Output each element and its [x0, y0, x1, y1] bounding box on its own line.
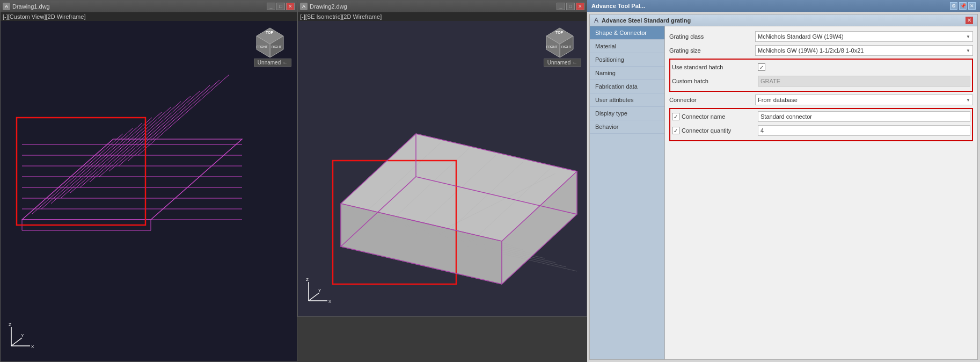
svg-line-20	[128, 80, 220, 161]
svg-line-16	[90, 102, 181, 182]
window1-icon: A	[3, 3, 10, 10]
svg-line-21	[138, 75, 229, 155]
use-standard-hatch-row: Use standard hatch	[672, 61, 970, 73]
grating-wireframe-1	[6, 64, 264, 257]
window1-titlebar: A Drawing1.dwg _ □ ✕	[1, 1, 297, 12]
nav-material[interactable]: Material	[590, 40, 664, 53]
svg-text:Y: Y	[318, 288, 321, 293]
use-standard-hatch-label: Use standard hatch	[672, 64, 758, 70]
window1-view-label: [-][Custom View][2D Wireframe]	[1, 12, 297, 21]
axis-indicator-2: Z X Y	[303, 277, 333, 308]
nav-positioning[interactable]: Positioning	[590, 53, 664, 67]
connector-section: Connector From database Connector name	[669, 94, 973, 141]
window2-minimize-btn[interactable]: _	[557, 3, 565, 10]
window1-close-btn[interactable]: ✕	[286, 3, 295, 10]
connector-row: Connector From database	[669, 94, 973, 106]
atp-settings-btn[interactable]: ⚙	[950, 2, 957, 10]
connector-label: Connector	[669, 97, 755, 103]
svg-line-74	[309, 293, 319, 301]
svg-line-9	[151, 139, 242, 220]
atp-close-btn[interactable]: ✕	[968, 2, 976, 10]
window2-viewport: TOP RIGHT FRONT Unnamed ←	[298, 21, 587, 316]
svg-text:RIGHT: RIGHT	[272, 45, 282, 48]
grating-solid-2	[309, 42, 587, 311]
svg-text:TOP: TOP	[266, 31, 274, 34]
nav-fabrication-data[interactable]: Fabrication data	[590, 80, 664, 93]
svg-line-14	[70, 112, 162, 193]
panel-area: Advance Tool Pal... ⚙ 📌 ✕ A Advance Stee…	[587, 0, 980, 362]
svg-line-15	[80, 107, 171, 187]
svg-text:X: X	[31, 344, 34, 349]
nav-display-type[interactable]: Display type	[590, 107, 664, 120]
grating-class-row: Grating class McNichols Standard GW (19W…	[669, 31, 973, 42]
nav-user-attributes[interactable]: User attributes	[590, 93, 664, 107]
axis-indicator-1: Z X Y	[6, 322, 35, 353]
window2-titlebar: A Drawing2.dwg _ □ ✕	[298, 1, 587, 12]
grating-size-row: Grating size McNichols GW (19W4) 1-1/2x1…	[669, 45, 973, 56]
custom-hatch-row: Custom hatch GRATE	[672, 75, 970, 87]
sg-close-btn[interactable]: ✕	[966, 17, 973, 24]
nav-shape-connector[interactable]: Shape & Connector	[590, 26, 664, 40]
cad-window-1: A Drawing1.dwg _ □ ✕ [-][Custom View][2D…	[0, 0, 297, 362]
dark-strip	[297, 317, 587, 362]
svg-text:Z: Z	[9, 322, 11, 327]
svg-text:X: X	[328, 299, 332, 304]
svg-line-36	[11, 338, 22, 346]
window2-view-label: [-][SE Isometric][2D Wireframe]	[298, 12, 587, 21]
svg-text:FRONT: FRONT	[257, 45, 268, 48]
sg-main-content: Grating class McNichols Standard GW (19W…	[665, 26, 977, 359]
svg-line-18	[109, 91, 200, 171]
connector-qty-row: Connector quantity 4	[672, 125, 970, 136]
svg-line-13	[61, 118, 152, 198]
svg-line-12	[51, 123, 142, 204]
custom-hatch-field[interactable]: GRATE	[758, 76, 970, 86]
sg-nav: Shape & Connector Material Positioning N…	[590, 26, 665, 359]
nav-behavior[interactable]: Behavior	[590, 120, 664, 134]
svg-line-10	[32, 134, 123, 214]
svg-line-19	[119, 85, 210, 166]
hatch-highlighted-section: Use standard hatch Custom hatch GRATE	[669, 59, 973, 92]
window2-maximize-btn[interactable]: □	[566, 3, 575, 10]
grating-size-label: Grating size	[669, 47, 755, 54]
standard-grating-dialog: A Advance Steel Standard grating ✕ Shape…	[589, 14, 978, 360]
svg-text:TOP: TOP	[555, 31, 564, 34]
connector-name-checkbox[interactable]	[672, 113, 679, 120]
window2-title: Drawing2.dwg	[310, 3, 347, 10]
nav-naming[interactable]: Naming	[590, 67, 664, 80]
cad-window-2: A Drawing2.dwg _ □ ✕ [-][SE Isometric][2…	[297, 0, 587, 317]
connector-dropdown[interactable]: From database	[755, 95, 973, 105]
svg-line-8	[22, 139, 113, 220]
svg-line-11	[41, 128, 133, 209]
connector-name-field[interactable]: Standard connector	[758, 111, 970, 122]
sg-titlebar: A Advance Steel Standard grating ✕	[590, 15, 977, 26]
connector-qty-label: Connector quantity	[672, 127, 758, 134]
window2-container: A Drawing2.dwg _ □ ✕ [-][SE Isometric][2…	[297, 0, 587, 362]
window1-minimize-btn[interactable]: _	[267, 3, 275, 10]
connector-name-label: Connector name	[672, 113, 758, 120]
grating-class-dropdown[interactable]: McNichols Standard GW (19W4)	[755, 31, 973, 42]
compass-cube-1: TOP RIGHT FRONT	[254, 25, 286, 57]
atp-pin-btn[interactable]: 📌	[959, 2, 967, 10]
svg-text:Y: Y	[21, 333, 24, 338]
connector-qty-checkbox[interactable]	[672, 127, 679, 134]
svg-text:Z: Z	[306, 277, 309, 282]
connector-qty-field[interactable]: 4	[758, 125, 970, 136]
atp-title: Advance Tool Pal...	[591, 3, 645, 9]
custom-hatch-label: Custom hatch	[672, 78, 758, 84]
use-standard-hatch-checkbox[interactable]	[758, 63, 765, 71]
sg-titlebar-title: Advance Steel Standard grating	[602, 17, 691, 24]
grating-size-dropdown[interactable]: McNichols GW (19W4) 1-1/2x1/8 1-0x21	[755, 45, 973, 56]
window2-close-btn[interactable]: ✕	[576, 3, 584, 10]
window2-icon: A	[300, 3, 308, 10]
connector-name-row: Connector name Standard connector	[672, 111, 970, 122]
window1-title: Drawing1.dwg	[12, 3, 50, 10]
sg-titlebar-icon: A	[594, 17, 598, 24]
window1-viewport: TOP RIGHT FRONT Unnamed ←	[1, 21, 297, 361]
atp-header: Advance Tool Pal... ⚙ 📌 ✕	[587, 0, 980, 12]
grating-class-label: Grating class	[669, 33, 755, 40]
window1-maximize-btn[interactable]: □	[276, 3, 285, 10]
connector-highlighted-section: Connector name Standard connector Connec…	[669, 108, 973, 141]
